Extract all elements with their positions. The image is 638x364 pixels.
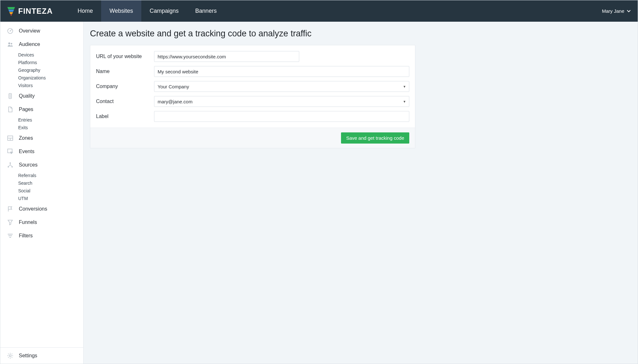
- gauge-icon: [7, 27, 14, 34]
- sidebar-item-conversions[interactable]: Conversions: [0, 202, 83, 216]
- sidebar-sub-platforms[interactable]: Platforms: [0, 59, 83, 66]
- sidebar-item-label: Quality: [19, 93, 35, 99]
- sidebar-item-label: Events: [19, 149, 34, 154]
- form-row-url: URL of your website: [96, 51, 409, 62]
- cursor-click-icon: [7, 148, 14, 155]
- svg-point-10: [10, 162, 11, 164]
- sidebar-sub-utm[interactable]: UTM: [0, 195, 83, 202]
- filter-lines-icon: [7, 232, 14, 239]
- svg-point-7: [10, 97, 11, 98]
- brand-logo[interactable]: FINTEZA: [0, 6, 60, 16]
- sidebar-item-label: Zones: [19, 135, 33, 141]
- topbar: FINTEZA Home Websites Campaigns Banners …: [0, 0, 638, 22]
- flag-icon: [7, 205, 14, 212]
- label-input[interactable]: [154, 111, 409, 122]
- sidebar-item-label: Overview: [19, 28, 40, 34]
- form-row-name: Name: [96, 66, 409, 77]
- sidebar-item-settings[interactable]: Settings: [0, 348, 83, 364]
- sidebar-item-filters[interactable]: Filters: [0, 229, 83, 242]
- sidebar-item-audience[interactable]: Audience: [0, 38, 83, 51]
- branches-icon: [7, 161, 14, 168]
- nav-websites[interactable]: Websites: [101, 0, 141, 22]
- sidebar-item-label: Conversions: [19, 206, 47, 212]
- company-label: Company: [96, 84, 154, 89]
- main-content: Create a website and get a tracking code…: [84, 22, 638, 364]
- form-row-contact: Contact mary@jane.com ▼: [96, 96, 409, 107]
- sidebar-item-zones[interactable]: Zones: [0, 131, 83, 145]
- contact-label: Contact: [96, 99, 154, 104]
- svg-point-12: [11, 166, 13, 167]
- gear-icon: [7, 352, 14, 359]
- svg-point-13: [9, 355, 11, 357]
- chevron-down-icon: [627, 10, 631, 12]
- nav-banners[interactable]: Banners: [187, 0, 225, 22]
- sidebar-item-label: Pages: [19, 107, 33, 112]
- sidebar-item-label: Sources: [19, 162, 38, 168]
- svg-point-5: [10, 94, 11, 95]
- sidebar-sub-devices[interactable]: Devices: [0, 51, 83, 59]
- sidebar-item-overview[interactable]: Overview: [0, 24, 83, 38]
- url-input[interactable]: [154, 51, 299, 62]
- form-row-label: Label: [96, 111, 409, 122]
- layout-icon: [7, 135, 14, 142]
- sidebar-sub-organizations[interactable]: Organizations: [0, 74, 83, 82]
- sidebar-item-pages[interactable]: Pages: [0, 103, 83, 116]
- sidebar-sub-geography[interactable]: Geography: [0, 66, 83, 74]
- sidebar-item-label: Filters: [19, 233, 33, 239]
- create-website-card: URL of your website Name Company Your Co…: [90, 45, 415, 148]
- sidebar-item-sources[interactable]: Sources: [0, 158, 83, 172]
- svg-point-11: [8, 166, 9, 167]
- sidebar-item-label: Audience: [19, 41, 40, 47]
- sidebar-sub-referrals[interactable]: Referrals: [0, 172, 83, 179]
- sidebar-sub-entries[interactable]: Entries: [0, 116, 83, 124]
- svg-rect-9: [8, 149, 12, 153]
- label-field-label: Label: [96, 114, 154, 119]
- user-display-name: Mary Jane: [602, 8, 624, 14]
- page-title: Create a website and get a tracking code…: [90, 29, 631, 39]
- svg-point-6: [10, 96, 11, 97]
- name-label: Name: [96, 69, 154, 74]
- save-tracking-code-button[interactable]: Save and get tracking code: [341, 132, 409, 144]
- sidebar-sub-search[interactable]: Search: [0, 179, 83, 187]
- sidebar-sub-visitors[interactable]: Visitors: [0, 82, 83, 89]
- nav-home[interactable]: Home: [69, 0, 101, 22]
- users-icon: [7, 41, 14, 48]
- company-select[interactable]: Your Company: [154, 81, 409, 92]
- form-row-company: Company Your Company ▼: [96, 81, 409, 92]
- top-navigation: Home Websites Campaigns Banners: [69, 0, 225, 22]
- sidebar-sub-social[interactable]: Social: [0, 187, 83, 195]
- traffic-light-icon: [7, 93, 14, 100]
- contact-select[interactable]: mary@jane.com: [154, 96, 409, 107]
- funnel-icon: [7, 219, 14, 226]
- user-menu[interactable]: Mary Jane: [595, 8, 638, 14]
- url-label: URL of your website: [96, 54, 154, 59]
- sidebar: Overview Audience Devices Platforms Geog…: [0, 22, 84, 364]
- sidebar-item-label: Funnels: [19, 219, 37, 225]
- logo-icon: [7, 6, 16, 16]
- name-input[interactable]: [154, 66, 409, 77]
- sidebar-item-label: Settings: [19, 353, 37, 359]
- svg-point-3: [11, 43, 12, 45]
- sidebar-sub-exits[interactable]: Exits: [0, 124, 83, 131]
- sidebar-item-quality[interactable]: Quality: [0, 89, 83, 103]
- sidebar-item-events[interactable]: Events: [0, 145, 83, 158]
- file-icon: [7, 106, 14, 113]
- sidebar-item-funnels[interactable]: Funnels: [0, 216, 83, 229]
- brand-name: FINTEZA: [18, 7, 53, 16]
- nav-campaigns[interactable]: Campaigns: [141, 0, 187, 22]
- svg-point-2: [8, 42, 10, 44]
- svg-point-1: [10, 30, 11, 31]
